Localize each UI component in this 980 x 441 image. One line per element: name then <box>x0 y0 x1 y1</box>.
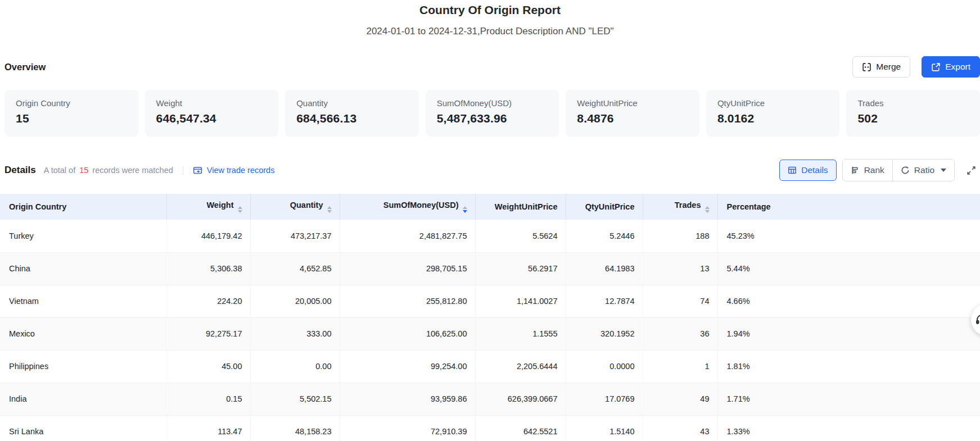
column-header-qup: QtyUnitPrice <box>566 194 643 220</box>
page-title: Country Of Origin Report <box>0 3 980 17</box>
assistant-headset-icon <box>975 313 980 326</box>
sort-icon <box>705 206 710 213</box>
stat-card-weight: Weight 646,547.34 <box>145 90 279 137</box>
stat-card-weight-unit-price: WeightUnitPrice 8.4876 <box>566 90 699 137</box>
export-button[interactable]: Export <box>922 56 980 78</box>
export-icon <box>931 62 941 72</box>
cell-weight: 113.47 <box>166 415 250 441</box>
stat-label: Weight <box>156 98 268 108</box>
export-button-label: Export <box>945 62 970 72</box>
column-label: Quantity <box>290 201 323 210</box>
table-row: India0.155,502.1593,959.86626,399.066717… <box>0 383 980 415</box>
details-toolbar: Details A total of 15 records were match… <box>0 159 980 181</box>
view-trade-records-link[interactable]: View trade records <box>193 166 275 175</box>
stat-label: Origin Country <box>16 98 127 108</box>
stat-value: 8.4876 <box>577 112 688 125</box>
stat-card-origin-country: Origin Country 15 <box>4 90 138 137</box>
cell-weight: 224.20 <box>166 285 250 317</box>
stat-label: WeightUnitPrice <box>577 98 688 108</box>
table-row: Vietnam224.2020,005.00255,812.801,141.00… <box>0 285 980 317</box>
cell-weight: 446,179.42 <box>166 220 250 252</box>
stat-value: 8.0162 <box>717 112 829 125</box>
column-header-trades[interactable]: Trades <box>643 194 717 220</box>
origin-country-table: Origin CountryWeightQuantitySumOfMoney(U… <box>0 194 980 441</box>
cell-trades: 1 <box>643 350 717 383</box>
cell-quantity: 20,005.00 <box>250 285 340 317</box>
stat-label: SumOfMoney(USD) <box>437 98 548 108</box>
column-label: Origin Country <box>9 202 66 211</box>
cell-sum: 106,625.00 <box>340 317 475 350</box>
tab-ratio[interactable]: Ratio <box>892 160 954 181</box>
cell-weight: 0.15 <box>166 383 250 415</box>
fullscreen-button[interactable] <box>966 165 977 176</box>
column-header-weight[interactable]: Weight <box>166 194 250 220</box>
table-row: Turkey446,179.42473,217.372,481,827.755.… <box>0 220 980 252</box>
cell-country: Sri Lanka <box>0 415 166 441</box>
cell-sum: 72,910.39 <box>340 415 475 441</box>
cell-sum: 2,481,827.75 <box>340 220 475 252</box>
stat-value: 15 <box>16 112 127 125</box>
country-of-origin-report-page: Country Of Origin Report 2024-01-01 to 2… <box>0 3 980 441</box>
cell-quantity: 4,652.85 <box>250 252 340 285</box>
cell-qup: 1.5140 <box>566 415 643 441</box>
cell-pct: 5.44% <box>717 252 980 285</box>
cell-quantity: 473,217.37 <box>250 220 340 252</box>
cell-qup: 12.7874 <box>566 285 643 317</box>
cell-quantity: 0.00 <box>250 350 340 383</box>
column-header-sum[interactable]: SumOfMoney(USD) <box>340 194 475 220</box>
cell-sum: 93,959.86 <box>340 383 475 415</box>
tab-rank-label: Rank <box>864 165 884 175</box>
tab-rank[interactable]: Rank <box>843 160 892 181</box>
cell-pct: 4.66% <box>717 285 980 317</box>
overview-cards: Origin Country 15 Weight 646,547.34 Quan… <box>0 90 980 137</box>
stat-value: 684,566.13 <box>296 112 408 125</box>
merge-icon <box>862 62 871 72</box>
cell-pct: 1.71% <box>717 383 980 415</box>
cell-country: Mexico <box>0 317 166 350</box>
rank-chart-icon <box>851 166 860 175</box>
stat-value: 5,487,633.96 <box>437 112 548 125</box>
cell-wup: 642.5521 <box>475 415 566 441</box>
cell-wup: 1,141.0027 <box>475 285 566 317</box>
stat-label: Trades <box>857 98 969 108</box>
cell-sum: 298,705.15 <box>340 252 475 285</box>
column-label: WeightUnitPrice <box>495 202 558 211</box>
overview-heading: Overview <box>4 62 46 72</box>
stat-card-sum-of-money: SumOfMoney(USD) 5,487,633.96 <box>426 90 559 137</box>
merge-button-label: Merge <box>876 62 901 72</box>
cell-pct: 1.33% <box>717 415 980 441</box>
tab-details[interactable]: Details <box>779 160 836 181</box>
cell-weight: 5,306.38 <box>166 252 250 285</box>
cell-sum: 255,812.80 <box>340 285 475 317</box>
tab-ratio-label: Ratio <box>914 165 934 175</box>
cell-wup: 5.5624 <box>475 220 566 252</box>
cell-qup: 64.1983 <box>566 252 643 285</box>
summary-suffix: records were matched <box>92 166 173 175</box>
page-subtitle: 2024-01-01 to 2024-12-31,Product Descrip… <box>0 26 980 37</box>
trade-records-icon <box>193 166 202 175</box>
cell-pct: 1.81% <box>717 350 980 383</box>
table-row: Mexico92,275.17333.00106,625.001.1555320… <box>0 317 980 350</box>
tab-details-label: Details <box>801 165 828 175</box>
cell-pct: 1.94% <box>717 317 980 350</box>
cell-wup: 56.2917 <box>475 252 566 285</box>
cell-wup: 2,205.6444 <box>475 350 566 383</box>
cell-trades: 49 <box>643 383 717 415</box>
cell-trades: 74 <box>643 285 717 317</box>
vertical-divider <box>183 166 183 175</box>
cell-trades: 43 <box>643 415 717 441</box>
column-header-quantity[interactable]: Quantity <box>250 194 340 220</box>
stat-card-quantity: Quantity 684,566.13 <box>285 90 419 137</box>
cell-trades: 13 <box>643 252 717 285</box>
view-mode-group: Rank Ratio <box>842 159 955 181</box>
cell-country: Philippines <box>0 350 166 383</box>
merge-button[interactable]: Merge <box>852 56 910 78</box>
column-header-wup: WeightUnitPrice <box>475 194 566 220</box>
cell-sum: 99,254.00 <box>340 350 475 383</box>
match-summary: A total of 15 records were matched <box>44 166 173 175</box>
stat-value: 646,547.34 <box>156 112 268 125</box>
stat-label: Quantity <box>296 98 408 108</box>
matched-count: 15 <box>75 166 92 175</box>
column-label: Trades <box>675 201 701 210</box>
table-row: Sri Lanka113.4748,158.2372,910.39642.552… <box>0 415 980 441</box>
